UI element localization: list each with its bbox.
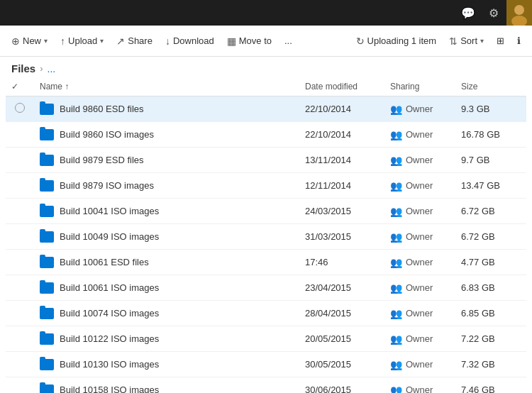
row-check-cell[interactable]: [6, 148, 34, 173]
uploading-button[interactable]: ↻ Uploading 1 item: [350, 30, 443, 52]
table-row[interactable]: Build 10158 ISO images 30/06/2015 👥 Owne…: [6, 377, 526, 394]
table-row[interactable]: Build 10130 ISO images 30/05/2015 👥 Owne…: [6, 352, 526, 377]
avatar[interactable]: [506, 0, 532, 26]
row-radio[interactable]: [15, 103, 25, 113]
row-check-cell[interactable]: [6, 250, 34, 275]
row-name-cell: Build 9860 ISO images: [34, 122, 299, 148]
table-row[interactable]: Build 10061 ESD files 17:46 👥 Owner 4.77…: [6, 250, 526, 275]
folder-icon: [40, 231, 54, 243]
row-check-cell[interactable]: [6, 96, 34, 122]
share-label: Share: [128, 35, 153, 46]
row-check-cell[interactable]: [6, 377, 34, 394]
sharing-label: Owner: [406, 180, 433, 191]
row-size-cell: 7.46 GB: [455, 377, 526, 394]
file-list-container[interactable]: ✓ Name ↑ Date modified Sharing Size: [0, 77, 532, 393]
info-button[interactable]: ℹ: [511, 30, 526, 52]
row-sharing-cell: 👥 Owner: [384, 173, 455, 199]
sharing-label: Owner: [406, 155, 433, 165]
file-name[interactable]: Build 9860 ISO images: [60, 129, 154, 140]
breadcrumb-sub[interactable]: ...: [48, 63, 56, 74]
folder-icon: [40, 257, 54, 268]
new-icon: ⊕: [11, 35, 20, 47]
sharing-icon: 👥: [390, 384, 402, 394]
move-to-label: Move to: [239, 35, 272, 46]
download-button[interactable]: ↓ Download: [160, 30, 220, 52]
move-to-button[interactable]: ▦ Move to: [221, 30, 277, 52]
row-check-cell[interactable]: [6, 224, 34, 250]
file-name[interactable]: Build 10061 ISO images: [60, 282, 159, 293]
row-check-cell[interactable]: [6, 199, 34, 224]
file-name[interactable]: Build 10074 ISO images: [60, 308, 159, 319]
sharing-icon: 👥: [390, 359, 402, 370]
row-check-cell[interactable]: [6, 326, 34, 352]
table-row[interactable]: Build 10061 ISO images 23/04/2015 👥 Owne…: [6, 275, 526, 301]
sort-label: Sort: [460, 35, 477, 46]
col-date-header[interactable]: Date modified: [299, 77, 384, 96]
upload-button[interactable]: ↑ Upload ▾: [55, 30, 109, 52]
table-row[interactable]: Build 9879 ISO images 12/11/2014 👥 Owner…: [6, 173, 526, 199]
sharing-icon: 👥: [390, 282, 402, 294]
row-sharing-cell: 👥 Owner: [384, 224, 455, 250]
table-row[interactable]: Build 9879 ESD files 13/11/2014 👥 Owner …: [6, 148, 526, 173]
row-sharing-cell: 👥 Owner: [384, 301, 455, 326]
row-date-cell: 13/11/2014: [299, 148, 384, 173]
col-sharing-header[interactable]: Sharing: [384, 77, 455, 96]
table-row[interactable]: Build 10122 ISO images 20/05/2015 👥 Owne…: [6, 326, 526, 352]
breadcrumb-root[interactable]: Files: [11, 62, 35, 74]
row-check-cell[interactable]: [6, 352, 34, 377]
sharing-icon: 👥: [390, 257, 402, 268]
row-check-cell[interactable]: [6, 275, 34, 301]
share-button[interactable]: ↗ Share: [111, 30, 158, 52]
share-icon: ↗: [116, 35, 125, 47]
table-row[interactable]: Build 9860 ISO images 22/10/2014 👥 Owner…: [6, 122, 526, 148]
row-date-cell: 28/04/2015: [299, 301, 384, 326]
file-name[interactable]: Build 9879 ESD files: [60, 155, 144, 165]
col-check-header[interactable]: ✓: [6, 77, 34, 96]
chat-icon[interactable]: 💬: [455, 0, 481, 26]
col-name-header[interactable]: Name ↑: [34, 77, 299, 96]
view-toggle-button[interactable]: ⊞: [491, 30, 510, 52]
file-name[interactable]: Build 9860 ESD files: [60, 104, 144, 114]
view-label: ⊞: [497, 35, 504, 46]
sort-button[interactable]: ⇅ Sort ▾: [443, 30, 489, 52]
toolbar: ⊕ New ▾ ↑ Upload ▾ ↗ Share ↓ Download ▦ …: [0, 26, 532, 57]
row-sharing-cell: 👥 Owner: [384, 326, 455, 352]
row-sharing-cell: 👥 Owner: [384, 377, 455, 394]
row-size-cell: 16.78 GB: [455, 122, 526, 148]
folder-icon: [40, 384, 54, 394]
file-name[interactable]: Build 10049 ISO images: [60, 231, 159, 242]
upload-label: Upload: [68, 35, 97, 46]
table-row[interactable]: Build 10041 ISO images 24/03/2015 👥 Owne…: [6, 199, 526, 224]
sharing-label: Owner: [406, 384, 433, 393]
settings-icon[interactable]: ⚙: [481, 0, 506, 26]
row-sharing-cell: 👥 Owner: [384, 148, 455, 173]
new-label: New: [23, 35, 41, 46]
table-row[interactable]: Build 10049 ISO images 31/03/2015 👥 Owne…: [6, 224, 526, 250]
row-size-cell: 9.7 GB: [455, 148, 526, 173]
file-name[interactable]: Build 10158 ISO images: [60, 384, 159, 393]
row-date-cell: 17:46: [299, 250, 384, 275]
row-name-cell: Build 9879 ISO images: [34, 173, 299, 199]
more-button[interactable]: ...: [279, 30, 298, 52]
upload-icon: ↑: [60, 35, 65, 47]
file-name[interactable]: Build 10122 ISO images: [60, 333, 159, 344]
col-date-label: Date modified: [305, 82, 358, 92]
row-name-cell: Build 9860 ESD files: [34, 96, 299, 122]
row-sharing-cell: 👥 Owner: [384, 199, 455, 224]
table-row[interactable]: Build 10074 ISO images 28/04/2015 👥 Owne…: [6, 301, 526, 326]
svg-point-1: [514, 5, 524, 15]
row-check-cell[interactable]: [6, 122, 34, 148]
col-size-header[interactable]: Size: [455, 77, 526, 96]
table-row[interactable]: Build 9860 ESD files 22/10/2014 👥 Owner …: [6, 96, 526, 122]
row-check-cell[interactable]: [6, 301, 34, 326]
file-name[interactable]: Build 10130 ISO images: [60, 359, 159, 370]
new-button[interactable]: ⊕ New ▾: [6, 30, 53, 52]
sharing-label: Owner: [406, 206, 433, 216]
move-icon: ▦: [227, 35, 236, 47]
file-name[interactable]: Build 9879 ISO images: [60, 180, 154, 191]
file-name[interactable]: Build 10041 ISO images: [60, 206, 159, 216]
row-check-cell[interactable]: [6, 173, 34, 199]
row-sharing-cell: 👥 Owner: [384, 275, 455, 301]
row-date-cell: 20/05/2015: [299, 326, 384, 352]
file-name[interactable]: Build 10061 ESD files: [60, 257, 149, 267]
